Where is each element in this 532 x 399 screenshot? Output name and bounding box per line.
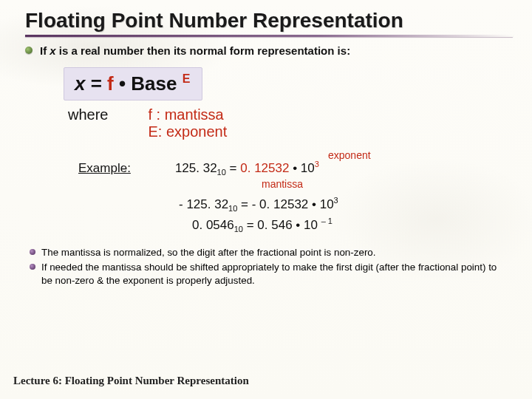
more-equations: - 125. 3210 = - 0. 12532 • 103 0. 054610… bbox=[179, 194, 511, 236]
slide-footer: Lecture 6: Floating Point Number Represe… bbox=[13, 375, 249, 387]
note-1: The mantissa is normalized, so the digit… bbox=[27, 246, 505, 259]
eq1-sup: 3 bbox=[315, 160, 319, 168]
def-mantissa: f : mantissa bbox=[148, 106, 227, 123]
eq1-dot: • bbox=[289, 161, 300, 175]
eq2-sup: 3 bbox=[334, 196, 338, 205]
intro-variable: x bbox=[50, 44, 55, 57]
eq1-ten: 10 bbox=[301, 161, 315, 175]
formula-x: x bbox=[75, 72, 85, 95]
formula-eq: = bbox=[85, 72, 107, 95]
eq2-rhs: = - 0. 12532 • 10 bbox=[237, 197, 333, 211]
eq1-lhs-sub: 10 bbox=[217, 168, 226, 177]
formula-base: Base bbox=[131, 72, 182, 95]
where-row: where f : mantissa E: exponent bbox=[68, 106, 511, 140]
intro-prefix: If bbox=[40, 44, 50, 57]
intro-line: If x is a real number then its normal fo… bbox=[24, 44, 511, 57]
eq3-rhs: = 0. 546 • 10 bbox=[243, 218, 321, 232]
eq1-mantissa: 0. 12532 bbox=[240, 161, 289, 175]
eq3-sup: – 1 bbox=[321, 216, 332, 225]
eq3-lhs: 0. 0546 bbox=[192, 218, 234, 232]
eq3-lhs-sub: 10 bbox=[234, 225, 243, 233]
equation-3: 0. 054610 = 0. 546 • 10 – 1 bbox=[192, 215, 511, 236]
formula-box: x = f • Base E bbox=[64, 67, 202, 100]
where-label: where bbox=[68, 106, 108, 140]
title-underline bbox=[25, 35, 513, 37]
formula-E: E bbox=[183, 72, 191, 85]
note-2: If needed the mantissa should be shifted… bbox=[27, 261, 505, 287]
annotation-mantissa: mantissa bbox=[262, 178, 511, 190]
example-label: Example: bbox=[78, 161, 131, 176]
formula-bullet: • bbox=[114, 72, 132, 95]
formula-f: f bbox=[107, 72, 114, 95]
notes-list: The mantissa is normalized, so the digit… bbox=[27, 246, 505, 287]
slide-title: Floating Point Number Representation bbox=[25, 9, 511, 33]
eq1-lhs: 125. 32 bbox=[175, 161, 217, 175]
intro-suffix: is a real number then its normal form re… bbox=[59, 44, 350, 57]
eq2-lhs: - 125. 32 bbox=[179, 197, 228, 211]
eq2-lhs-sub: 10 bbox=[228, 204, 237, 213]
equation-1: 125. 3210 = 0. 12532 • 103 bbox=[175, 160, 319, 177]
eq1-eq: = bbox=[226, 161, 240, 175]
example-row: Example: 125. 3210 = 0. 12532 • 103 bbox=[78, 160, 511, 177]
equation-2: - 125. 3210 = - 0. 12532 • 103 bbox=[179, 194, 511, 215]
def-exponent: E: exponent bbox=[148, 123, 227, 140]
